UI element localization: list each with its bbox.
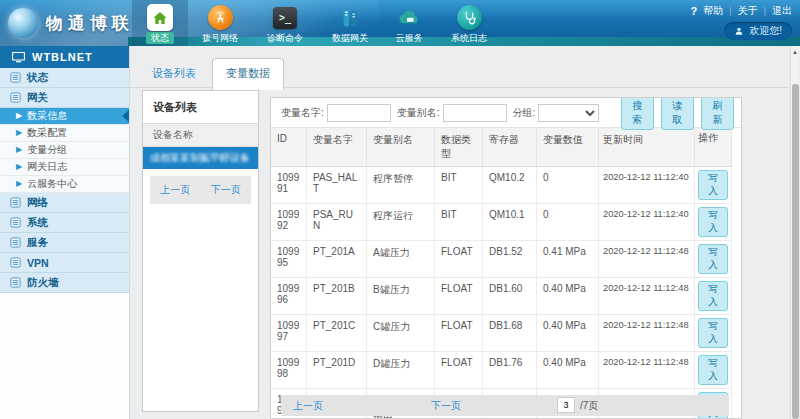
prev-page-button[interactable]: 上一页	[293, 399, 323, 413]
col-header-type: 数据类型	[435, 128, 483, 166]
table-row: 109991 PAS_HALT 程序暂停 BIT QM10.2 0 2020-1…	[271, 167, 732, 204]
sidebar-sub-item[interactable]: ▶ 数采信息	[0, 108, 129, 125]
nav-item-dial-network[interactable]: 拨号网络	[188, 0, 252, 46]
scroll-up-arrow[interactable]: ▲	[791, 46, 799, 57]
nav-item-status[interactable]: 状态	[132, 0, 188, 46]
sidebar-menu: 状态 网关 ▶ 数采信息 ▶ 数采配置 ▶ 变量分组 ▶ 网关日志 ▶ 云服务中…	[0, 68, 129, 293]
sidebar-group-item[interactable]: 网络	[0, 193, 129, 213]
tab-device-list[interactable]: 设备列表	[142, 60, 206, 89]
nav-item-diagnostic-command[interactable]: >_ 诊断命令	[252, 0, 318, 46]
sidebar-sub-item[interactable]: ▶ 云服务中心	[0, 176, 129, 193]
page-number-input[interactable]	[557, 397, 575, 413]
sidebar-group-item[interactable]: 防火墙	[0, 273, 129, 293]
cell-register: DB1.68	[483, 315, 537, 351]
list-icon	[10, 257, 21, 268]
write-button[interactable]: 写入	[698, 207, 728, 237]
cell-register: QM10.2	[483, 167, 537, 203]
variable-table-panel: 变量名字: 变量别名: 分组: 搜索 读取 刷新 ID 变量名字 变量别名 数据…	[270, 97, 742, 419]
help-icon: ?	[691, 5, 698, 17]
brand-logo: 物通博联	[0, 0, 130, 46]
cell-value: 0.41 MPa	[537, 241, 599, 277]
tab-variable-data[interactable]: 变量数据	[212, 58, 284, 90]
read-button[interactable]: 读取	[661, 97, 694, 130]
cell-value: 0.40 MPa	[537, 352, 599, 388]
cell-type: BIT	[435, 204, 483, 240]
list-icon	[10, 217, 21, 228]
nav-label: 系统日志	[446, 32, 492, 44]
device-panel-title: 设备列表	[143, 91, 258, 124]
welcome-badge[interactable]: 欢迎您!	[724, 22, 792, 40]
list-icon	[10, 92, 21, 103]
table-row: 109997 PT_201C C罐压力 FLOAT DB1.68 0.40 MP…	[271, 315, 732, 352]
list-icon	[10, 197, 21, 208]
sidebar-item-label: VPN	[27, 257, 49, 269]
cell-id: 109992	[271, 204, 307, 240]
cell-alias: 程序暂停	[367, 167, 435, 203]
sidebar-item-label: 服务	[27, 236, 48, 250]
cloud-service-icon	[397, 4, 421, 31]
next-page-button[interactable]: 下一页	[431, 399, 461, 413]
cell-alias: A罐压力	[367, 241, 435, 277]
terminal-icon: >_	[273, 4, 297, 31]
tab-bar: 设备列表 变量数据	[142, 58, 284, 89]
cell-id: 109995	[271, 241, 307, 277]
device-pagination: 上一页 下一页	[150, 176, 251, 204]
nav-item-cloud-service[interactable]: 云服务	[382, 0, 436, 46]
write-button[interactable]: 写入	[698, 170, 728, 200]
write-button[interactable]: 写入	[698, 318, 728, 348]
system-log-icon	[457, 4, 482, 31]
group-select[interactable]	[538, 104, 598, 122]
table-body: 109991 PAS_HALT 程序暂停 BIT QM10.2 0 2020-1…	[271, 167, 732, 419]
cell-register: DB1.60	[483, 278, 537, 314]
list-icon	[10, 277, 21, 288]
cell-action: 写入	[695, 352, 732, 388]
cell-name: PSA_RUN	[307, 204, 367, 240]
cell-updated: 2020-12-12 11:12:40	[599, 204, 695, 240]
device-prev-page-button[interactable]: 上一页	[160, 183, 190, 197]
sidebar-group-item[interactable]: 网关	[0, 88, 129, 108]
logout-link[interactable]: 退出	[772, 4, 792, 18]
cell-action: 写入	[695, 167, 732, 203]
col-header-value: 变量数值	[537, 128, 599, 166]
variable-name-input[interactable]	[327, 104, 391, 122]
cell-register: DB1.52	[483, 241, 537, 277]
sidebar-group-item[interactable]: 状态	[0, 68, 129, 88]
col-header-name: 变量名字	[307, 128, 367, 166]
nav-label: 诊断命令	[262, 32, 308, 44]
sidebar-group-item[interactable]: VPN	[0, 253, 129, 273]
brand-title: 物通博联	[46, 12, 134, 35]
cell-updated: 2020-12-12 11:12:40	[599, 167, 695, 203]
sidebar-item-label: 变量分组	[27, 143, 67, 157]
search-button[interactable]: 搜索	[621, 97, 654, 130]
sidebar-item-label: 网关日志	[27, 160, 67, 174]
cell-updated: 2020-12-12 11:12:48	[599, 352, 695, 388]
sidebar-sub-item[interactable]: ▶ 数采配置	[0, 125, 129, 142]
sidebar-group-item[interactable]: 系统	[0, 213, 129, 233]
table-row: 109992 PSA_RUN 程序运行 BIT QM10.1 0 2020-12…	[271, 204, 732, 241]
nav-item-data-gateway[interactable]: 数据网关	[318, 0, 382, 46]
col-header-action: 操作	[695, 128, 732, 166]
help-link[interactable]: 帮助	[703, 4, 723, 18]
sidebar-sub-item[interactable]: ▶ 网关日志	[0, 159, 129, 176]
write-button[interactable]: 写入	[698, 355, 728, 385]
vertical-scrollbar[interactable]: ▲	[790, 46, 799, 419]
about-link[interactable]: 关于	[738, 4, 758, 18]
write-button[interactable]: 写入	[698, 244, 728, 274]
refresh-button[interactable]: 刷新	[701, 97, 734, 130]
nav-item-system-log[interactable]: 系统日志	[436, 0, 502, 46]
sidebar-group-item[interactable]: 服务	[0, 233, 129, 253]
device-next-page-button[interactable]: 下一页	[211, 183, 241, 197]
device-name-header: 设备名称	[143, 124, 258, 147]
cell-id: 109998	[271, 352, 307, 388]
sidebar-sub-item[interactable]: ▶ 变量分组	[0, 142, 129, 159]
brand-logo-icon	[8, 8, 38, 38]
caret-right-icon: ▶	[16, 180, 22, 188]
main-content: 设备列表 变量数据 设备列表 设备名称 成都某某制氮甲醇设备 上一页 下一页 变…	[130, 46, 800, 419]
selected-device-item[interactable]: 成都某某制氮甲醇设备	[143, 147, 258, 169]
scrollbar-thumb[interactable]	[792, 84, 799, 419]
caret-right-icon: ▶	[16, 146, 22, 154]
cell-register: DB1.76	[483, 352, 537, 388]
cell-action: 写入	[695, 204, 732, 240]
write-button[interactable]: 写入	[698, 281, 728, 311]
variable-alias-input[interactable]	[443, 104, 507, 122]
